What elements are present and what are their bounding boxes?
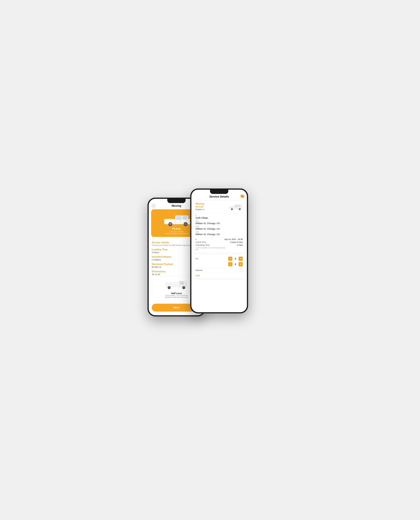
material-checkbox[interactable] xyxy=(240,269,243,272)
svg-point-7 xyxy=(185,223,187,225)
phone-2-inner: Service Details Moving KD 6 xyxy=(191,190,247,312)
date-row: e July 14, 2021 - 16:30 xyxy=(195,238,243,240)
vehicle-thumb-container xyxy=(228,202,243,212)
half-lorry-line2: Suitable for Moving small items xyxy=(165,296,188,298)
pickup-label: P xyxy=(195,215,243,216)
counters-card: ers − 2 + − 2 + xyxy=(193,254,245,279)
scene: ‹ Moving xyxy=(148,185,272,335)
pickup-address: Swift Village xyxy=(195,216,243,219)
date-label: e xyxy=(195,238,197,240)
dropoff1-label: OFF xyxy=(195,220,243,222)
hero-vehicle-image xyxy=(163,212,190,226)
svg-rect-34 xyxy=(235,205,238,207)
note-text: s will be applied if the loading/unloadi… xyxy=(195,247,243,251)
divider-1 xyxy=(195,213,243,214)
svg-point-39 xyxy=(239,208,240,210)
back-button[interactable]: ‹ xyxy=(151,203,156,208)
svg-rect-3 xyxy=(182,216,187,219)
images-link[interactable]: ages xyxy=(195,274,243,276)
pickup-address-section: P Swift Village xyxy=(195,215,243,219)
counter1-row: ers − 2 + xyxy=(195,257,243,261)
hero-vehicle-dims: 1.8x1.2x1.2 meters xyxy=(169,231,184,232)
phone2-page-title: Service Details xyxy=(209,195,229,198)
svg-point-15 xyxy=(168,287,170,289)
dropoff3-address-section: OFF William St, Chicago, US xyxy=(195,231,243,236)
svg-rect-30 xyxy=(241,195,244,198)
svg-rect-2 xyxy=(176,216,181,220)
dropoff2-address-section: OFF William St, Chicago, US xyxy=(195,226,243,230)
counter2-value: 2 xyxy=(234,263,237,265)
price-label: KD 6.00 xyxy=(195,206,204,208)
date-value: July 14, 2021 - 16:30 xyxy=(224,238,243,240)
half-lorry-name: Half Lorry xyxy=(171,292,182,295)
arrival-value: 1 hours 0 mins xyxy=(230,241,243,243)
card-header-left: Moving KD 6.00 Helpers: 1 xyxy=(195,202,204,210)
service-info-card: Moving KD 6.00 Helpers: 1 xyxy=(193,200,245,253)
counter1-label: ers xyxy=(195,258,198,260)
svg-rect-18 xyxy=(186,283,187,284)
dropoff1-address-section: OFF William St, Chicago, US xyxy=(195,220,243,224)
svg-point-37 xyxy=(231,208,232,210)
back-icon: ‹ xyxy=(153,205,154,207)
half-lorry-line1: 3x2x2 meters - Up to 1500 Kg xyxy=(165,295,188,296)
counter2-decrement[interactable]: − xyxy=(228,262,232,266)
dropoff2-address: William St, Chicago, US xyxy=(195,227,243,230)
helpers-label: Helpers: 1 xyxy=(195,208,204,210)
divider-2 xyxy=(195,237,243,237)
counter2-row: − 2 + xyxy=(195,262,243,266)
notch-2 xyxy=(210,190,228,194)
divider-3 xyxy=(195,267,243,268)
dropoff1-address: William St, Chicago, US xyxy=(195,222,243,224)
arrival-row: Arrival Time: 1 hours 0 mins xyxy=(195,241,243,243)
divider-4 xyxy=(195,273,243,273)
material-label: Material xyxy=(195,269,202,271)
phone-2: Service Details Moving KD 6 xyxy=(190,188,248,313)
svg-rect-35 xyxy=(238,205,240,207)
counter2-increment[interactable]: + xyxy=(239,262,243,266)
counter1-decrement[interactable]: − xyxy=(228,257,232,261)
unloading-value: 2 mins xyxy=(237,244,243,246)
notch-1 xyxy=(167,199,186,203)
unloading-row: Unloading Time: 2 mins xyxy=(195,244,243,246)
hero-vehicle-name: Pickup xyxy=(172,227,181,230)
hero-vehicle-desc: Suitable for Moving small Items xyxy=(165,233,188,234)
chat-icon-svg xyxy=(240,194,244,198)
counter1-value: 2 xyxy=(234,257,237,260)
unloading-label: Unloading Time: xyxy=(195,244,210,246)
counter1-increment[interactable]: + xyxy=(239,257,243,261)
card-header: Moving KD 6.00 Helpers: 1 xyxy=(195,202,243,212)
screen-2: Service Details Moving KD 6 xyxy=(191,190,247,312)
svg-rect-40 xyxy=(242,207,242,208)
dropoff2-label: OFF xyxy=(195,226,243,227)
svg-rect-12 xyxy=(180,282,184,285)
dropoff3-label: OFF xyxy=(195,231,243,233)
half-lorry-svg xyxy=(164,279,189,290)
pickup-truck-image xyxy=(163,212,193,227)
arrival-label: Arrival Time: xyxy=(195,241,207,243)
dropoff3-address: William St, Chicago, US xyxy=(195,233,243,236)
card-vehicle-image xyxy=(228,202,243,212)
moving-label: Moving xyxy=(195,202,204,205)
counter1-control: − 2 + xyxy=(228,257,243,261)
svg-point-17 xyxy=(183,287,185,289)
chat-icon[interactable] xyxy=(240,194,244,199)
half-lorry-image xyxy=(164,279,189,291)
page-title: Moving xyxy=(172,204,181,208)
material-check-row: Material xyxy=(195,269,243,272)
svg-rect-13 xyxy=(165,282,180,287)
counter2-control: − 2 + xyxy=(228,262,243,266)
